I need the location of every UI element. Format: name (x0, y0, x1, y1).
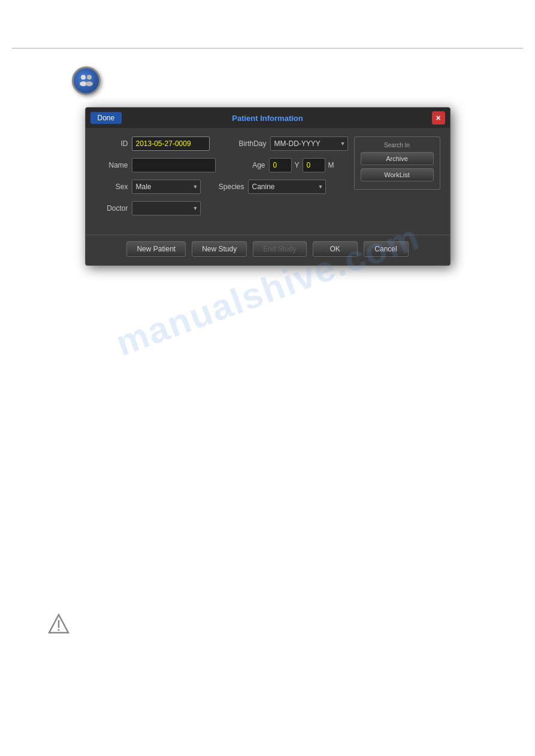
age-y-unit: Y (295, 161, 300, 169)
ok-button[interactable]: OK (313, 241, 358, 257)
dialog-area: Done Patient Information × ID (60, 107, 475, 266)
species-select-wrapper: Canine Feline Other (248, 180, 326, 194)
id-label: ID (95, 139, 128, 148)
form-columns: ID BirthDay MM-DD-YYYY (95, 136, 440, 223)
close-button[interactable]: × (432, 111, 445, 125)
archive-button[interactable]: Archive (361, 152, 434, 165)
svg-point-0 (81, 75, 86, 80)
birthday-label: BirthDay (234, 139, 267, 148)
warning-area (48, 613, 69, 636)
name-input[interactable] (132, 158, 216, 172)
form-row-sex-species: Sex Male Female Species (95, 180, 348, 194)
birthday-select[interactable]: MM-DD-YYYY (270, 136, 348, 151)
new-patient-button[interactable]: New Patient (126, 241, 186, 257)
age-label: Age (232, 161, 265, 169)
sex-label: Sex (95, 183, 128, 191)
warning-icon (48, 613, 69, 634)
search-in-label: Search In (361, 142, 434, 148)
form-row-doctor: Doctor (95, 201, 348, 215)
cancel-button[interactable]: Cancel (364, 241, 409, 257)
svg-point-6 (58, 629, 60, 631)
age-months-input[interactable] (303, 158, 325, 172)
species-select[interactable]: Canine Feline Other (248, 180, 326, 194)
app-icon-area (72, 66, 535, 95)
modal-title: Patient Information (232, 114, 303, 123)
page-container: Done Patient Information × ID (0, 0, 535, 756)
modal-body: ID BirthDay MM-DD-YYYY (86, 128, 450, 231)
end-study-button: End Study (253, 241, 306, 257)
age-m-unit: M (328, 161, 334, 169)
id-input[interactable] (132, 136, 210, 151)
search-in-box: Search In Archive WorkList (354, 136, 440, 190)
age-section: Y M (269, 158, 337, 172)
worklist-button[interactable]: WorkList (361, 168, 434, 181)
modal-header: Done Patient Information × (86, 108, 450, 128)
doctor-select-wrapper (132, 201, 201, 215)
doctor-label: Doctor (95, 204, 128, 212)
done-button[interactable]: Done (90, 112, 122, 124)
patient-management-icon (72, 66, 101, 95)
form-row-name-age: Name Age Y M (95, 158, 348, 172)
patient-info-modal: Done Patient Information × ID (85, 107, 451, 266)
svg-point-3 (86, 81, 93, 86)
doctor-select[interactable] (132, 201, 201, 215)
svg-point-2 (87, 75, 92, 80)
form-row-id-birthday: ID BirthDay MM-DD-YYYY (95, 136, 348, 151)
species-label: Species (211, 183, 244, 191)
top-divider (12, 48, 523, 48)
name-label: Name (95, 161, 128, 169)
modal-footer: New Patient New Study End Study OK Cance… (86, 235, 450, 265)
birthday-select-wrapper: MM-DD-YYYY (270, 136, 348, 151)
age-years-input[interactable] (269, 158, 292, 172)
new-study-button[interactable]: New Study (192, 241, 247, 257)
search-in-section: Search In Archive WorkList (348, 136, 440, 223)
form-left-middle: ID BirthDay MM-DD-YYYY (95, 136, 348, 223)
sex-select-wrapper: Male Female (132, 180, 201, 194)
sex-select[interactable]: Male Female (132, 180, 201, 194)
